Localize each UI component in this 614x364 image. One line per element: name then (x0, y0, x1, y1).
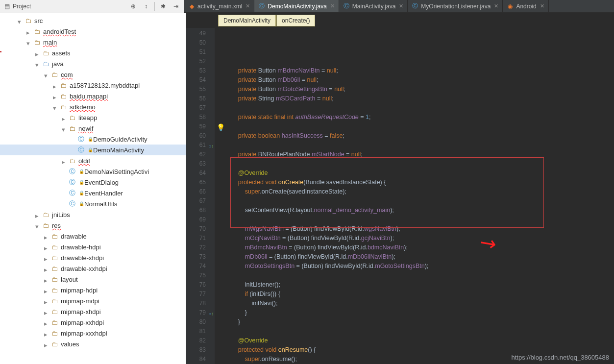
line-number[interactable]: 66 (186, 187, 215, 196)
code-line[interactable] (224, 327, 614, 336)
code-line[interactable] (224, 196, 614, 206)
tab-Android[interactable]: ◉Android✕ (503, 0, 548, 12)
arrow-down-icon[interactable]: ▾ (62, 126, 67, 131)
close-icon[interactable]: ✕ (494, 3, 498, 9)
code-line[interactable]: private BNRoutePlanNode mStartNode = nul… (224, 150, 614, 159)
arrow-right-icon[interactable]: ▸ (26, 29, 31, 34)
tree-item-a1587128132-mybddtapi[interactable]: ▸🗀a1587128132.mybddtapi (0, 80, 186, 91)
line-number[interactable]: 54 (186, 75, 215, 85)
line-number[interactable]: 75 (186, 271, 215, 280)
tab-MyOrientationListener-java[interactable]: ⒸMyOrientationListener.java✕ (408, 0, 503, 12)
arrow-down-icon[interactable]: ▾ (53, 104, 58, 109)
line-number[interactable]: 63 (186, 159, 215, 169)
hide-icon[interactable]: ⇥ (171, 1, 181, 12)
line-number[interactable]: 51 (186, 48, 215, 57)
code-line[interactable]: @Override (224, 169, 614, 178)
tree-item-liteapp[interactable]: ▸🗀liteapp (0, 112, 186, 123)
code-line[interactable]: private Button mBdmcNaviBtn = null; (224, 66, 614, 75)
arrow-right-icon[interactable]: ▸ (44, 298, 49, 303)
code-line[interactable] (224, 103, 614, 113)
locate-icon[interactable]: ⊕ (128, 1, 139, 12)
arrow-down-icon[interactable]: ▾ (44, 72, 49, 77)
line-number[interactable]: 78 (186, 299, 215, 308)
line-number[interactable]: 70 (186, 224, 215, 234)
code-line[interactable]: } (224, 308, 614, 317)
tree-item-jniLibs[interactable]: ▸🗀jniLibs (0, 209, 186, 220)
arrow-right-icon[interactable]: ▸ (44, 288, 49, 292)
arrow-none[interactable] (71, 147, 75, 152)
tab-activity_main-xml[interactable]: ◆activity_main.xml✕ (184, 0, 254, 12)
line-number[interactable]: 65 (186, 178, 215, 187)
tree-item-mipmap-mdpi[interactable]: ▸🗀mipmap-mdpi (0, 295, 186, 306)
tree-item-mipmap-xhdpi[interactable]: ▸🗀mipmap-xhdpi (0, 306, 186, 317)
arrow-down-icon[interactable]: ▾ (35, 223, 40, 228)
tree-item-baidu-mapapi[interactable]: ▸🗀baidu.mapapi (0, 91, 186, 101)
arrow-none[interactable] (62, 180, 67, 185)
arrow-right-icon[interactable]: ▸ (44, 341, 49, 346)
code-text[interactable]: private Button mBdmcNaviBtn = null; priv… (215, 28, 614, 364)
code-line[interactable]: mWgsNaviBtn = (Button) findViewById(R.id… (224, 224, 614, 234)
line-number[interactable]: 49 (186, 29, 215, 38)
line-number[interactable]: 55 (186, 85, 215, 94)
line-number[interactable]: 73 (186, 252, 215, 262)
code-line[interactable]: initListener(); (224, 280, 614, 290)
project-tool-icon[interactable]: ▤ (3, 2, 11, 10)
line-number[interactable]: 52 (186, 57, 215, 66)
arrow-right-icon[interactable]: ▸ (44, 277, 49, 282)
code-line[interactable]: setContentView(R.layout.normal_demo_acti… (224, 206, 614, 215)
line-number[interactable]: 83 (186, 345, 215, 355)
settings-icon[interactable]: ✱ (158, 1, 169, 12)
project-label[interactable]: Project (13, 3, 31, 10)
line-number[interactable]: 64 (186, 169, 215, 178)
arrow-right-icon[interactable]: ▸ (35, 212, 40, 217)
close-icon[interactable]: ✕ (330, 3, 335, 9)
line-number[interactable]: 68 (186, 206, 215, 215)
line-number[interactable]: 82 (186, 336, 215, 345)
line-number[interactable]: 76 (186, 280, 215, 290)
line-number[interactable]: 67 (186, 196, 215, 206)
tree-item-com[interactable]: ▾🗀com (0, 69, 186, 80)
crumb-class[interactable]: DemoMainActivity (218, 15, 276, 26)
code-line[interactable]: @Override (224, 336, 614, 345)
line-number[interactable]: 58 (186, 113, 215, 122)
arrow-down-icon[interactable]: ▾ (18, 18, 23, 23)
tree-item-DemoGuideActivity[interactable]: Ⓒ🔒DemoGuideActivity (0, 134, 186, 145)
line-number[interactable]: 59 (186, 122, 215, 131)
line-number[interactable]: 71 (186, 234, 215, 243)
code-line[interactable]: protected void onCreate(Bundle savedInst… (224, 178, 614, 187)
arrow-right-icon[interactable]: ▸ (44, 266, 49, 271)
line-number[interactable]: 81 (186, 327, 215, 336)
arrow-right-icon[interactable]: ▸ (62, 115, 67, 120)
tree-item-androidTest[interactable]: ▸🗀androidTest (0, 26, 186, 37)
code-line[interactable]: if (initDirs()) { (224, 290, 614, 299)
code-line[interactable]: private String mSDCardPath = null; (224, 94, 614, 103)
tree-item-layout[interactable]: ▸🗀layout (0, 274, 186, 285)
project-tree[interactable]: ▾🗀src▸🗀androidTest▾🗀main▸🗀assets▾🗀java▾🗀… (0, 13, 186, 364)
close-icon[interactable]: ✕ (246, 3, 250, 9)
line-number[interactable]: 53 (186, 66, 215, 75)
close-icon[interactable]: ✕ (399, 3, 403, 9)
line-number[interactable]: 61○↑ (186, 141, 215, 150)
tree-item-drawable-xhdpi[interactable]: ▸🗀drawable-xhdpi (0, 252, 186, 263)
tree-item-sdkdemo[interactable]: ▾🗀sdkdemo (0, 101, 186, 112)
code-line[interactable]: } (224, 317, 614, 327)
arrow-right-icon[interactable]: ▸ (44, 234, 49, 239)
tab-MainActivity-java[interactable]: ⒸMainActivity.java✕ (339, 0, 408, 12)
arrow-right-icon[interactable]: ▸ (62, 158, 67, 163)
arrow-down-icon[interactable]: ▾ (35, 61, 40, 66)
tree-item-values[interactable]: ▸🗀values (0, 339, 186, 349)
tree-item-EventDialog[interactable]: Ⓒ🔒EventDialog (0, 177, 186, 188)
tree-item-res[interactable]: ▾🗀res (0, 220, 186, 231)
tree-item-DemoMainActivity[interactable]: Ⓒ🔒DemoMainActivity (0, 145, 186, 155)
line-number[interactable]: 62 (186, 150, 215, 159)
arrow-right-icon[interactable]: ▸ (44, 320, 49, 325)
arrow-right-icon[interactable]: ▸ (44, 309, 49, 314)
line-gutter[interactable]: 49505152535455565758596061○↑626364656667… (186, 28, 215, 364)
arrow-right-icon[interactable]: ▸ (44, 255, 49, 260)
line-number[interactable]: 79○↑ (186, 308, 215, 317)
arrow-none[interactable] (62, 169, 67, 174)
code-line[interactable] (224, 215, 614, 224)
tree-item-main[interactable]: ▾🗀main (0, 37, 186, 48)
code-line[interactable]: mBdmcNaviBtn = (Button) findViewById(R.i… (224, 243, 614, 252)
code-line[interactable]: mGotoSettingsBtn = (Button) findViewById… (224, 262, 614, 271)
